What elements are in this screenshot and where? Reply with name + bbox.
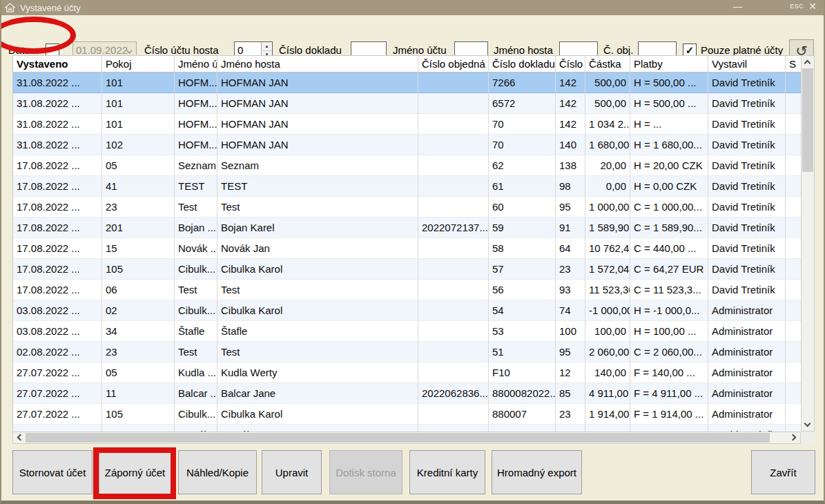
cell [786, 217, 801, 238]
cell: Test [175, 197, 217, 217]
stepper-up-icon[interactable]: ▲ [262, 42, 272, 51]
cell: Test [217, 342, 418, 362]
cell: 20,00 [585, 155, 630, 176]
column-header-castka[interactable]: Částka [585, 56, 630, 72]
cell: 49 [489, 425, 556, 432]
zavrit-button[interactable]: Zavřít [751, 450, 815, 494]
cell: 05 [102, 155, 175, 176]
table-header-row: Vystaveno Pokoj Jméno ú Jméno hosta Čísl… [13, 56, 801, 72]
cell [418, 342, 489, 362]
cell: HOFM... [175, 93, 217, 114]
cell: Manák... [175, 425, 217, 432]
cell: 8800082022... [489, 383, 556, 404]
cell: 7266 [489, 72, 556, 93]
window-vystavene-ucty: H Vystavené účty — ESC ✕ Datum 01.09.202… [0, 0, 825, 504]
cell: 1 240,00 [585, 425, 630, 432]
cell [786, 404, 801, 425]
vertical-scrollbar[interactable] [801, 55, 815, 432]
cell: 100 [556, 321, 585, 342]
cell: 95 [556, 197, 585, 217]
hromadny-export-button[interactable]: Hromadný export [492, 450, 582, 494]
cell: 0,00 [585, 176, 630, 197]
dotisk-storna-button: Dotisk storna [329, 450, 402, 494]
cell: Štafle [217, 321, 418, 342]
cell: Štafle [175, 321, 217, 342]
table-row[interactable]: 02.08.2022 ...23TestTest51952 060,00C = … [13, 342, 801, 362]
scroll-up-icon[interactable] [804, 60, 811, 67]
cell: H = -1 000,0... [630, 300, 708, 321]
column-header-cislo-objednavky[interactable]: Číslo objedná [418, 56, 489, 72]
close-button[interactable]: ESC ✕ [790, 1, 817, 12]
cell: F = 140,00 ... [630, 362, 708, 383]
table-row[interactable]: 03.08.2022 ...34ŠtafleŠtafle53100100,00H… [13, 321, 801, 342]
column-header-platby[interactable]: Platby [630, 56, 708, 72]
table-row[interactable]: 27.07.2022 ...05Kudla ...Kudla WertyF101… [13, 362, 801, 383]
vertical-scroll-thumb[interactable] [802, 68, 813, 172]
horizontal-scrollbar[interactable] [12, 432, 801, 444]
cell [418, 114, 489, 135]
table-row[interactable]: 17.08.2022 ...105Cibulk...Cibulka Karol5… [13, 259, 801, 280]
cell: 23 [556, 259, 585, 280]
table-row[interactable]: 17.08.2022 ...05SeznamSeznam6213820,00H … [13, 155, 801, 176]
column-header-vystaveno[interactable]: Vystaveno [13, 56, 102, 72]
cell: 2022062836... [418, 383, 489, 404]
table-row[interactable]: 03.08.2022 ...02Cibulk...Cibulka Karol54… [13, 300, 801, 321]
scroll-right-icon[interactable] [790, 434, 797, 441]
kreditni-karty-button[interactable]: Kreditní karty [409, 450, 485, 494]
cell: Cibulka Karol [217, 404, 418, 425]
scroll-down-icon[interactable] [804, 420, 811, 427]
cell: David Tretiník [708, 425, 786, 432]
column-header-s[interactable]: S [786, 56, 801, 72]
cell: 53 [489, 321, 556, 342]
cell: 1 680,00 [585, 135, 630, 155]
column-header-cislo-dokladu[interactable]: Číslo dokladu [489, 56, 556, 72]
cell: 17.08.2022 ... [13, 217, 102, 238]
table-row[interactable]: 17.08.2022 ...06TestTest569311 523,36C =… [13, 280, 801, 300]
cell: 74 [556, 300, 585, 321]
cell: Administrator [708, 362, 786, 383]
minimize-button[interactable]: — [733, 1, 742, 12]
cell: 102 [102, 135, 175, 155]
scroll-left-icon[interactable] [17, 434, 24, 441]
cell: 880007 [489, 404, 556, 425]
table-row[interactable]: 31.08.2022 ...102HOFM...HOFMAN JAN701401… [13, 135, 801, 155]
cell: Cibulka Karol [217, 259, 418, 280]
bottom-button-bar: Stornovat účet Záporný účet Náhled/Kopie… [1, 444, 824, 501]
table-row[interactable]: 17.08.2022 ...201Bojan ...Bojan Karel202… [13, 217, 801, 238]
cell: 100,00 [585, 321, 630, 342]
column-header-pokoj[interactable]: Pokoj [102, 56, 175, 72]
upravit-button[interactable]: Upravit [262, 450, 322, 494]
cell [786, 425, 801, 432]
table-row[interactable]: 17.08.2022 ...41TESTTEST61980,00H = 0,00… [13, 176, 801, 197]
zaporny-ucet-button[interactable]: Záporný účet [99, 450, 171, 494]
column-header-jmeno-hosta[interactable]: Jméno hosta [217, 56, 418, 72]
table-row[interactable]: 17.08.2022 ...15Novák ...Novák Jan586410… [13, 238, 801, 259]
table-row[interactable]: 27.07.2022 ...11Balcar ...Balcar Jane202… [13, 383, 801, 404]
cell [418, 280, 489, 300]
table-row[interactable]: 27.07.2022 ...105Cibulk...Cibulka Karol8… [13, 404, 801, 425]
stornovat-ucet-button[interactable]: Stornovat účet [12, 450, 93, 494]
cell: 54 [489, 300, 556, 321]
cell: -1 000,00 [585, 300, 630, 321]
table-row[interactable]: 17.08.2022 ...23TestTest60951 000,00C = … [13, 197, 801, 217]
cell [418, 135, 489, 155]
column-header-jmeno-uctu[interactable]: Jméno ú [175, 56, 217, 72]
column-header-cislo-uctu[interactable]: Číslo ú [556, 56, 585, 72]
cell [418, 176, 489, 197]
cell: 1 034 2... [585, 114, 630, 135]
cell: Cibulka Karol [217, 300, 418, 321]
table-row[interactable]: 19.07.2022 ...22Manák...Manák...49961 24… [13, 425, 801, 432]
cell: 05 [102, 362, 175, 383]
table-row[interactable]: 31.08.2022 ...101HOFM...HOFMAN JAN701421… [13, 114, 801, 135]
cell: 03.08.2022 ... [13, 321, 102, 342]
horizontal-scroll-thumb[interactable] [26, 433, 770, 443]
cell: C = 1 000,00... [630, 197, 708, 217]
table-row[interactable]: 31.08.2022 ...101HOFM...HOFMAN JAN726614… [13, 72, 801, 93]
nahled-kopie-button[interactable]: Náhled/Kopie [178, 450, 257, 494]
cell: 03.08.2022 ... [13, 300, 102, 321]
scrollbar-corner [801, 432, 815, 444]
column-header-vystavil[interactable]: Vystavil [708, 56, 786, 72]
cell [418, 155, 489, 176]
table-row[interactable]: 31.08.2022 ...101HOFM...HOFMAN JAN657214… [13, 93, 801, 114]
cell [418, 321, 489, 342]
